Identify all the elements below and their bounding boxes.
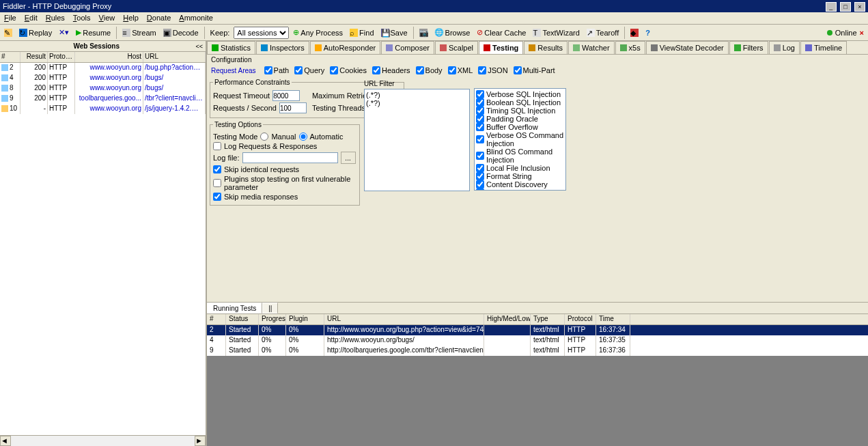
session-row[interactable]: 10-HTTPwww.wooyun.org/js/jquery-1.4.2.mi… (0, 104, 206, 114)
check-item[interactable]: Boolean SQL Injection (476, 98, 564, 107)
menu-donate[interactable]: Donate (143, 12, 175, 24)
session-row[interactable]: 4200HTTPwww.wooyun.org/bugs/ (0, 73, 206, 83)
menu-rules[interactable]: Rules (42, 12, 69, 24)
area-headers[interactable]: Headers (372, 66, 410, 74)
url-filter-box[interactable]: (.*?) (.*?) (364, 89, 470, 191)
request-timeout-input[interactable] (272, 90, 300, 101)
logfile-input[interactable] (242, 152, 338, 163)
online-icon (827, 30, 832, 36)
running-row[interactable]: 4Started0%0%http://www.wooyun.org/bugs/t… (207, 335, 868, 346)
tearoff-button[interactable]: ↗Tearoff (584, 27, 621, 38)
check-item[interactable]: Buffer Overflow (476, 123, 564, 131)
web-sessions-panel: Web Sessions << # Result Protocol Host U… (0, 41, 207, 446)
skip-media-checkbox[interactable] (213, 193, 221, 201)
tab-inspectors[interactable]: Inspectors (256, 41, 309, 54)
find-button[interactable]: ⌕Find (347, 27, 376, 38)
keep-select[interactable]: All sessions (234, 27, 289, 39)
pause-tab[interactable]: || (262, 303, 278, 313)
decode-button[interactable]: ▣Decode (160, 27, 201, 38)
tab-timeline[interactable]: Timeline (800, 41, 847, 54)
skip-identical-checkbox[interactable] (213, 165, 221, 173)
menubar: FileEditRulesToolsViewHelpDonateAmmonite (0, 12, 868, 25)
msdn-button[interactable]: ◆ (628, 27, 641, 38)
replay-button[interactable]: ↻Replay (16, 27, 55, 38)
area-xml[interactable]: XML (448, 66, 473, 74)
resume-button[interactable]: ▶Resume (73, 27, 113, 38)
empty-area (207, 356, 868, 447)
check-item[interactable]: Padding Oracle (476, 115, 564, 123)
check-item[interactable]: Verbose OS Command Injection (476, 131, 564, 148)
clear-cache-button[interactable]: ⊘Clear Cache (474, 27, 529, 38)
remove-button[interactable]: ✕▾ (56, 27, 72, 38)
log-requests-checkbox[interactable] (213, 142, 221, 150)
menu-tools[interactable]: Tools (69, 12, 95, 24)
help-button[interactable]: ? (643, 27, 653, 38)
minimize-button[interactable]: _ (826, 2, 837, 12)
keep-label: Keep: (208, 27, 233, 38)
tab-autoresponder[interactable]: AutoResponder (310, 41, 380, 54)
tabstrip: StatisticsInspectorsAutoResponderCompose… (207, 41, 868, 55)
tab-viewstate-decoder[interactable]: ViewState Decoder (646, 41, 729, 54)
tab-watcher[interactable]: Watcher (568, 41, 615, 54)
menu-file[interactable]: File (0, 12, 20, 24)
check-item[interactable]: Timing SQL Injection (476, 107, 564, 115)
comment-button[interactable]: ✎ (1, 27, 15, 38)
close-button[interactable]: × (854, 2, 865, 12)
area-json[interactable]: JSON (478, 66, 507, 74)
textwizard-button[interactable]: TTextWizard (530, 27, 582, 38)
scrollbar-horizontal[interactable]: ◄► (0, 435, 206, 446)
menu-view[interactable]: View (95, 12, 120, 24)
running-row[interactable]: 9Started0%0%http://toolbarqueries.google… (207, 346, 868, 356)
maximize-button[interactable]: □ (840, 2, 851, 12)
check-item[interactable]: Blind OS Command Injection (476, 148, 564, 164)
tab-filters[interactable]: Filters (729, 41, 768, 54)
running-tests-tab[interactable]: Running Tests (207, 303, 262, 313)
menu-help[interactable]: Help (119, 12, 143, 24)
menu-ammonite[interactable]: Ammonite (175, 12, 217, 24)
web-sessions-title: Web Sessions (0, 42, 193, 50)
plugins-stop-checkbox[interactable] (213, 179, 221, 187)
area-body[interactable]: Body (416, 66, 443, 74)
tests-checklist[interactable]: Verbose SQL InjectionBoolean SQL Injecti… (474, 88, 566, 191)
check-item[interactable]: Verbose SQL Injection (476, 90, 564, 98)
check-item[interactable]: Identifier Enumeration (476, 189, 564, 191)
session-row[interactable]: 2200HTTPwww.wooyun.org/bug.php?action=vi… (0, 63, 206, 73)
session-row[interactable]: 9200HTTPtoolbarqueries.goo.../tbr?client… (0, 94, 206, 104)
tab-x5s[interactable]: x5s (615, 41, 645, 54)
menu-edit[interactable]: Edit (20, 12, 42, 24)
manual-radio[interactable] (260, 133, 268, 141)
collapse-button[interactable]: << (193, 43, 206, 50)
area-cookies[interactable]: Cookies (330, 66, 367, 74)
stream-button[interactable]: ≡Stream (120, 27, 158, 38)
any-process-button[interactable]: ⊕Any Process (290, 27, 346, 38)
tab-results[interactable]: Results (524, 41, 568, 54)
tab-log[interactable]: Log (769, 41, 800, 54)
request-areas: Path Query Cookies Headers Body XML JSON… (264, 65, 555, 76)
config-title: Configuration (207, 55, 868, 65)
running-row[interactable]: 2Started0%0%http://www.wooyun.org/bug.ph… (207, 325, 868, 335)
save-button[interactable]: 💾Save (378, 27, 410, 38)
sessions-grid-header: # Result Protocol Host URL (0, 52, 206, 63)
sessions-grid[interactable]: 2200HTTPwww.wooyun.org/bug.php?action=vi… (0, 63, 206, 435)
check-item[interactable]: Local File Inclusion (476, 164, 564, 172)
url-filter-label: URL Filter (364, 79, 470, 89)
testing-options: Testing Options Testing Mode Manual Auto… (210, 121, 360, 206)
session-row[interactable]: 8200HTTPwww.wooyun.org/bugs/ (0, 83, 206, 94)
logfile-browse-button[interactable]: ... (341, 152, 356, 164)
tab-scalpel[interactable]: Scalpel (435, 41, 478, 54)
check-item[interactable]: Content Discovery (476, 180, 564, 189)
window-controls: _ □ × (824, 0, 865, 12)
camera-button[interactable]: 📷 (417, 27, 430, 38)
tab-composer[interactable]: Composer (381, 41, 434, 54)
area-query[interactable]: Query (294, 66, 324, 74)
area-multi-part[interactable]: Multi-Part (514, 66, 555, 74)
check-item[interactable]: Format String (476, 172, 564, 180)
tab-statistics[interactable]: Statistics (207, 41, 255, 54)
online-label: Online (835, 29, 857, 37)
requests-per-second-input[interactable] (279, 102, 307, 113)
automatic-radio[interactable] (299, 133, 307, 141)
area-path[interactable]: Path (264, 66, 290, 74)
tab-testing[interactable]: Testing (479, 41, 523, 54)
browse-button[interactable]: 🌐Browse (432, 27, 473, 38)
toolbar-close[interactable]: × (860, 29, 864, 37)
